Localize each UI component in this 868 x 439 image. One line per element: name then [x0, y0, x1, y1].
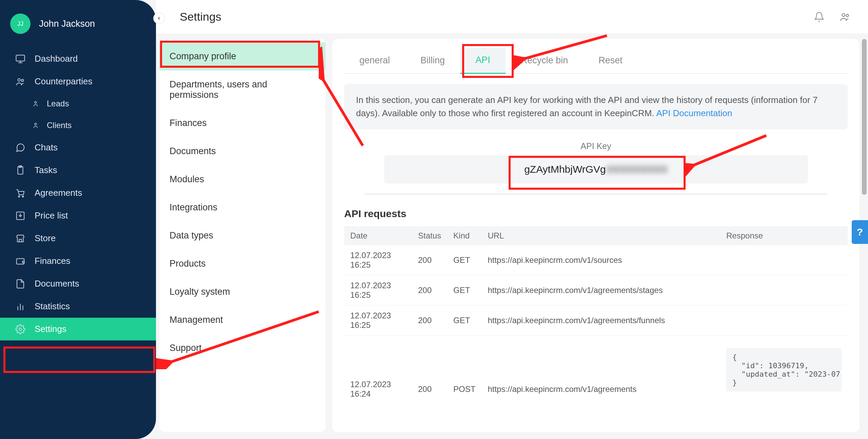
nav-item-agreements[interactable]: Agreements: [0, 182, 156, 204]
cell-status: 200: [412, 306, 447, 336]
nav-item-label: Agreements: [35, 188, 82, 198]
settings-item-documents[interactable]: Documents: [159, 137, 326, 165]
nav-item-documents[interactable]: Documents: [0, 272, 156, 295]
api-info-text: In this section, you can generate an API…: [356, 95, 817, 118]
api-key-hidden: XXXXXXXXX: [607, 164, 668, 175]
stats-icon: [14, 301, 27, 312]
wallet-icon: [14, 256, 27, 266]
nav-item-label: Leads: [47, 99, 69, 108]
settings-item-integrations[interactable]: Integrations: [159, 193, 326, 222]
settings-item-company-profile[interactable]: Company profile: [159, 42, 326, 70]
chevron-left-icon: [157, 16, 161, 21]
cell-response: [720, 245, 848, 275]
monitor-icon: [14, 54, 27, 64]
api-documentation-link[interactable]: API Documentation: [656, 108, 732, 118]
gear-icon: [14, 324, 27, 334]
nav-item-clients[interactable]: Clients: [0, 114, 156, 136]
cell-url: https://api.keepincrm.com/v1/agreements/…: [481, 306, 720, 336]
nav-item-label: Settings: [35, 324, 66, 334]
svg-rect-0: [16, 55, 25, 61]
svg-point-16: [19, 328, 22, 331]
cell-date: 12.07.2023 16:25: [344, 275, 412, 306]
settings-item-loyalty-system[interactable]: Loyalty system: [159, 278, 326, 306]
nav-item-label: Price list: [35, 210, 68, 221]
person-sm-icon: [31, 122, 41, 129]
nav-item-store[interactable]: Store: [0, 227, 156, 250]
nav-item-tasks[interactable]: Tasks: [0, 159, 156, 182]
settings-item-finances[interactable]: Finances: [159, 109, 326, 137]
tab-general[interactable]: general: [344, 48, 405, 73]
person-sm-icon: [31, 100, 41, 107]
user-row[interactable]: JJ John Jackson: [0, 7, 156, 47]
cell-date: 12.07.2023 16:25: [344, 306, 412, 336]
nav-item-settings[interactable]: Settings: [0, 318, 156, 340]
nav-item-price-list[interactable]: Price list: [0, 204, 156, 227]
settings-item-departments-users-and-permissions[interactable]: Departments, users and permissions: [159, 70, 326, 109]
col-url: URL: [481, 226, 720, 245]
people-icon[interactable]: [839, 11, 851, 23]
settings-item-support[interactable]: Support: [159, 334, 326, 362]
svg-point-5: [35, 102, 37, 104]
svg-point-9: [18, 196, 20, 197]
user-name: John Jackson: [39, 19, 95, 29]
tab-reset[interactable]: Reset: [583, 48, 638, 73]
cell-response: { "id": 10396719, "updated_at": "2023-07…: [720, 336, 848, 404]
chat-icon: [14, 143, 27, 153]
cell-kind: GET: [447, 245, 481, 275]
api-key-label: API Key: [344, 141, 848, 151]
nav-item-finances[interactable]: Finances: [0, 250, 156, 272]
table-row: 12.07.2023 16:24200POSThttps://api.keepi…: [344, 336, 848, 404]
settings-item-modules[interactable]: Modules: [159, 165, 326, 193]
col-date: Date: [344, 226, 412, 245]
cell-response: [720, 275, 848, 306]
api-requests-table: Date Status Kind URL Response 12.07.2023…: [344, 226, 848, 404]
settings-item-data-types[interactable]: Data types: [159, 222, 326, 250]
collapse-sidebar-button[interactable]: [153, 13, 165, 24]
cell-url: https://api.keepincrm.com/v1/sources: [481, 245, 720, 275]
clipboard-icon: [14, 165, 27, 175]
cart-icon: [14, 188, 27, 198]
svg-point-17: [842, 14, 845, 17]
settings-item-products[interactable]: Products: [159, 250, 326, 278]
page-title: Settings: [180, 10, 221, 23]
cell-kind: GET: [447, 306, 481, 336]
nav-item-label: Documents: [35, 278, 79, 289]
svg-point-10: [22, 196, 24, 197]
nav-item-counterparties[interactable]: Counterparties: [0, 70, 156, 93]
nav-item-label: Finances: [35, 256, 71, 266]
table-row: 12.07.2023 16:25200GEThttps://api.keepin…: [344, 275, 848, 306]
tabs: generalBillingAPIRecycle binReset: [344, 47, 848, 74]
cell-kind: POST: [447, 336, 481, 404]
tab-recycle-bin[interactable]: Recycle bin: [506, 48, 584, 73]
cell-date: 12.07.2023 16:25: [344, 245, 412, 275]
divider: [364, 194, 827, 194]
svg-point-18: [846, 14, 849, 17]
people-icon: [14, 77, 27, 87]
scrollbar-thumb[interactable]: [862, 39, 867, 195]
api-key-value[interactable]: gZAytMhbjWrGVgXXXXXXXXX: [384, 155, 808, 184]
nav-item-chats[interactable]: Chats: [0, 136, 156, 159]
tab-billing[interactable]: Billing: [405, 48, 460, 73]
cell-url: https://api.keepincrm.com/v1/agreements: [481, 336, 720, 404]
nav-item-label: Tasks: [35, 165, 57, 175]
cell-status: 200: [412, 245, 447, 275]
nav-item-leads[interactable]: Leads: [0, 93, 156, 114]
doc-icon: [14, 279, 27, 289]
settings-item-management[interactable]: Management: [159, 306, 326, 334]
response-json: { "id": 10396719, "updated_at": "2023-07…: [726, 348, 842, 392]
nav-item-label: Chats: [35, 142, 58, 153]
table-row: 12.07.2023 16:25200GEThttps://api.keepin…: [344, 306, 848, 336]
store-icon: [14, 233, 27, 244]
api-info-box: In this section, you can generate an API…: [344, 84, 848, 129]
nav-item-dashboard[interactable]: Dashboard: [0, 47, 156, 70]
nav-item-statistics[interactable]: Statistics: [0, 295, 156, 318]
left-nav: JJ John Jackson DashboardCounterpartiesL…: [0, 0, 156, 439]
col-kind: Kind: [447, 226, 481, 245]
scrollbar[interactable]: [862, 39, 867, 432]
tab-api[interactable]: API: [460, 47, 506, 74]
nav-item-label: Counterparties: [35, 76, 93, 87]
cell-response: [720, 306, 848, 336]
cell-date: 12.07.2023 16:24: [344, 336, 412, 404]
download-box-icon: [14, 211, 27, 221]
bell-icon[interactable]: [813, 11, 825, 23]
